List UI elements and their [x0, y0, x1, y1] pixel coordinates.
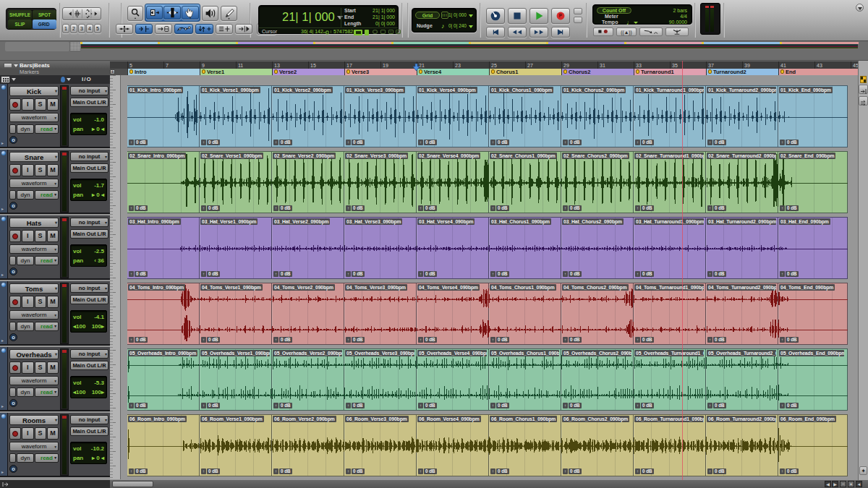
- svg-text:P: P: [559, 13, 563, 18]
- svg-text:((▲)): ((▲)): [621, 30, 631, 35]
